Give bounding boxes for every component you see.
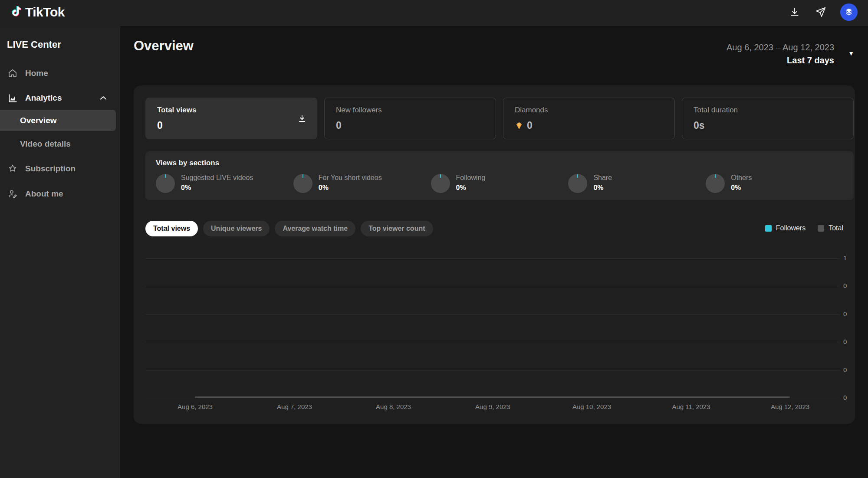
range-label: Last 7 days	[727, 56, 834, 65]
y-tick: 0	[843, 393, 855, 402]
gauge-icon	[293, 174, 312, 193]
gauge-icon	[706, 174, 725, 193]
tab-average-watch-time[interactable]: Average watch time	[275, 221, 355, 236]
send-icon[interactable]	[814, 6, 827, 19]
chart-legend: Followers Total	[765, 224, 843, 232]
download-icon[interactable]	[788, 6, 801, 19]
sidebar-item-about-me[interactable]: About me	[0, 183, 120, 204]
gridline	[145, 370, 840, 370]
section-label: Following	[456, 174, 486, 182]
tiktok-note-icon	[10, 4, 23, 20]
stat-value: 0	[515, 120, 663, 131]
stat-value: 0	[157, 120, 306, 131]
stat-card-total-views[interactable]: Total views 0	[145, 98, 317, 139]
y-tick: 0	[843, 310, 855, 318]
sidebar-item-video-details[interactable]: Video details	[0, 134, 120, 154]
section-value: 0%	[319, 184, 382, 192]
gridline	[145, 314, 840, 314]
section-label: Others	[731, 174, 752, 182]
x-tick: Aug 11, 2023	[641, 403, 741, 410]
section-for-you: For You short videos 0%	[293, 174, 431, 193]
gridline	[145, 398, 840, 398]
date-range-selector[interactable]: Aug 6, 2023 – Aug 12, 2023 Last 7 days	[727, 43, 834, 65]
section-following: Following 0%	[431, 174, 569, 193]
caret-down-icon[interactable]: ▼	[848, 50, 854, 57]
gauge-icon	[156, 174, 175, 193]
section-label: Suggested LIVE videos	[181, 174, 253, 182]
sections-title: Views by sections	[156, 159, 843, 167]
series-line-total	[195, 396, 790, 398]
stat-value: 0	[336, 120, 484, 131]
x-tick: Aug 9, 2023	[443, 403, 542, 410]
stat-card-new-followers[interactable]: New followers 0	[324, 98, 496, 139]
legend-followers[interactable]: Followers	[765, 224, 806, 232]
x-tick: Aug 6, 2023	[145, 403, 245, 410]
section-suggested-live: Suggested LIVE videos 0%	[156, 174, 293, 193]
topbar-actions	[788, 3, 858, 21]
sidebar-item-subscription[interactable]: Subscription	[0, 158, 120, 179]
gridline	[145, 258, 840, 259]
section-share: Share 0%	[568, 174, 706, 193]
sidebar-item-label: About me	[25, 189, 63, 199]
download-icon[interactable]	[297, 114, 307, 124]
section-value: 0%	[456, 184, 486, 192]
stat-value: 0s	[694, 120, 842, 131]
person-edit-icon	[7, 188, 18, 200]
home-icon	[7, 68, 18, 79]
legend-label: Total	[829, 224, 843, 232]
views-by-sections-card: Views by sections Suggested LIVE videos …	[145, 151, 854, 200]
x-tick: Aug 12, 2023	[740, 403, 840, 410]
followers-swatch	[765, 225, 772, 232]
stat-label: New followers	[336, 106, 484, 115]
y-tick: 0	[843, 366, 855, 374]
sidebar-item-overview[interactable]: Overview	[0, 110, 116, 131]
stat-label: Total duration	[694, 106, 842, 115]
legend-label: Followers	[776, 224, 806, 232]
stat-label: Total views	[157, 106, 306, 115]
gridline	[145, 286, 840, 286]
date-range-text: Aug 6, 2023 – Aug 12, 2023	[727, 43, 834, 52]
legend-total[interactable]: Total	[818, 224, 843, 232]
x-tick: Aug 7, 2023	[245, 403, 344, 410]
analytics-icon	[7, 92, 18, 104]
sidebar-item-label: Analytics	[25, 93, 62, 103]
y-tick: 0	[843, 282, 855, 290]
gauge-icon	[431, 174, 450, 193]
x-tick: Aug 10, 2023	[542, 403, 641, 410]
tab-unique-viewers[interactable]: Unique viewers	[203, 221, 270, 236]
gauge-icon	[568, 174, 587, 193]
stat-card-total-duration[interactable]: Total duration 0s	[682, 98, 854, 139]
section-value: 0%	[181, 184, 253, 192]
gridline	[145, 342, 840, 342]
section-value: 0%	[593, 184, 612, 192]
sidebar-item-label: Video details	[20, 139, 71, 149]
diamond-icon	[515, 121, 523, 130]
sidebar-item-analytics[interactable]: Analytics	[0, 88, 120, 108]
tab-total-views[interactable]: Total views	[145, 221, 198, 236]
metric-tabs: Total views Unique viewers Average watch…	[145, 221, 433, 236]
diamonds-count: 0	[527, 120, 533, 131]
chevron-up-icon[interactable]	[98, 93, 108, 103]
stat-label: Diamonds	[515, 106, 663, 115]
section-label: Share	[593, 174, 612, 182]
x-tick: Aug 8, 2023	[344, 403, 443, 410]
y-tick: 1	[843, 254, 855, 262]
sections-row: Suggested LIVE videos 0% For You short v…	[156, 174, 843, 193]
topbar: TikTok	[0, 0, 868, 26]
subscription-star-icon	[7, 163, 18, 174]
sidebar: LIVE Center Home Analytics Overview Vide…	[0, 26, 120, 478]
sidebar-item-home[interactable]: Home	[0, 63, 120, 84]
analytics-panel: Total views 0 New followers 0 Diamonds 0…	[134, 85, 855, 424]
y-tick: 0	[843, 337, 855, 346]
sidebar-item-label: Subscription	[25, 164, 76, 174]
section-value: 0%	[731, 184, 752, 192]
avatar[interactable]	[840, 3, 858, 21]
page-title: Overview	[134, 38, 194, 54]
tiktok-logo[interactable]: TikTok	[10, 4, 65, 20]
sidebar-item-label: Home	[25, 69, 48, 78]
tab-top-viewer-count[interactable]: Top viewer count	[361, 221, 433, 236]
section-label: For You short videos	[319, 174, 382, 182]
total-views-chart: 1 0 0 0 0 0 Aug 6, 2023 Aug 7, 2023 Aug …	[145, 242, 854, 419]
stat-card-diamonds[interactable]: Diamonds 0	[503, 98, 675, 139]
tiktok-wordmark: TikTok	[25, 5, 65, 20]
